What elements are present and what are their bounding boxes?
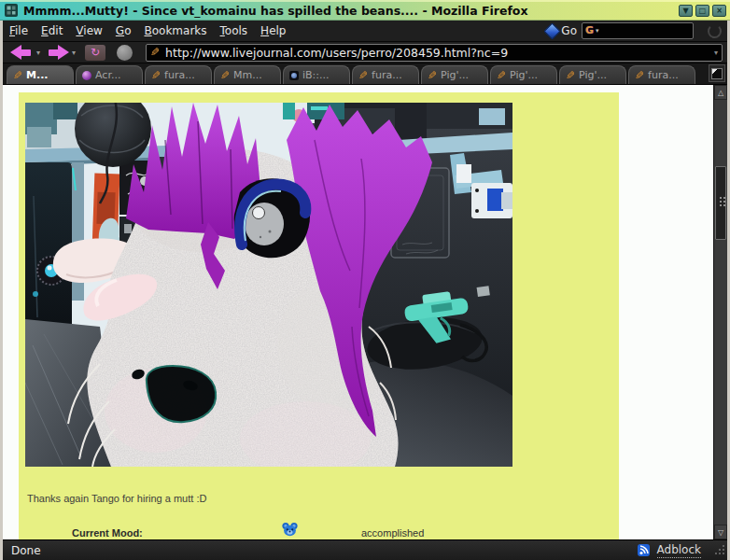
forward-button[interactable]	[46, 45, 69, 60]
tab-list-button[interactable]	[709, 64, 725, 82]
menu-edit[interactable]: Edit	[35, 21, 69, 41]
url-bar: ✎ ▾	[146, 44, 723, 62]
tab-label: Pig'...	[579, 69, 607, 81]
livejournal-pencil-icon: ✎	[566, 70, 575, 81]
close-button[interactable]: ×	[712, 5, 726, 17]
reload-button[interactable]: ↻	[85, 45, 105, 61]
engine-dropdown-icon[interactable]: ▾	[596, 27, 599, 35]
gem-icon	[544, 22, 561, 39]
adblock-status[interactable]: Adblock	[657, 543, 701, 558]
tab-label: Mm...	[233, 69, 262, 81]
firefox-window: Mmmm...Mutty! - Since vt_komainu has spi…	[0, 0, 730, 560]
status-bar: Done Adblock	[3, 539, 727, 560]
window-title: Mmmm...Mutty! - Since vt_komainu has spi…	[23, 4, 679, 18]
window-frame: File Edit View Go Bookmarks Tools Help G…	[0, 21, 730, 560]
url-input[interactable]	[163, 45, 710, 61]
status-text: Done	[11, 544, 41, 557]
tab-9[interactable]: ✎ Pig'...	[559, 65, 626, 84]
tape-box	[471, 183, 512, 218]
tab-label: fura...	[648, 69, 679, 81]
livejournal-pencil-icon: ✎	[220, 70, 230, 81]
vertical-scrollbar[interactable]: △ ▽	[713, 85, 727, 539]
forward-dropdown-icon[interactable]: ▾	[72, 49, 76, 57]
livejournal-pencil-icon: ✎	[428, 70, 437, 81]
minimize-button[interactable]: ▼	[679, 5, 693, 17]
menu-tools[interactable]: Tools	[214, 21, 255, 41]
eye	[234, 178, 310, 258]
scroll-down-icon[interactable]: ▽	[714, 525, 727, 539]
journal-entry: Thanks again Tango for hiring a mutt :D …	[19, 92, 619, 539]
tab-4[interactable]: ✎ Mm...	[214, 65, 281, 84]
tab-10[interactable]: ✎ fura...	[628, 65, 695, 84]
mood-label: Current Mood:	[72, 527, 143, 539]
url-dropdown-icon[interactable]: ▾	[714, 49, 718, 57]
entry-caption: Thanks again Tango for hiring a mutt :D	[27, 493, 206, 504]
stop-button[interactable]	[117, 45, 133, 61]
tab-bar: ✎ M... Acr... ✎ fura... ✎ Mm... iB::... …	[3, 63, 727, 85]
window-icon	[5, 4, 18, 17]
mood-value: accomplished	[361, 527, 424, 539]
resize-grip-icon[interactable]	[714, 544, 725, 558]
tab-3[interactable]: ✎ fura...	[145, 65, 212, 84]
globe-icon	[289, 71, 299, 80]
throbber-icon	[708, 24, 722, 38]
tab-6[interactable]: ✎ fura...	[352, 65, 419, 84]
menu-go[interactable]: Go	[109, 21, 138, 41]
scrollbar-thumb[interactable]	[715, 166, 726, 240]
livejournal-pencil-icon: ✎	[635, 70, 644, 81]
tab-label: Acr...	[95, 69, 120, 81]
livejournal-pencil-icon: ✎	[151, 70, 161, 81]
back-dropdown-icon[interactable]: ▾	[36, 49, 40, 57]
menu-help[interactable]: Help	[254, 21, 292, 41]
tab-1[interactable]: ✎ M...	[7, 65, 74, 84]
tab-label: fura...	[372, 69, 402, 81]
current-mood-line: Current Mood: accomplished	[19, 520, 619, 539]
tab-label: Pig'...	[510, 69, 538, 81]
site-orb-icon	[82, 71, 91, 80]
tab-7[interactable]: ✎ Pig'...	[421, 65, 488, 84]
titlebar: Mmmm...Mutty! - Since vt_komainu has spi…	[0, 0, 730, 21]
menubar: File Edit View Go Bookmarks Tools Help G…	[3, 21, 727, 42]
google-engine-icon[interactable]: G	[585, 24, 594, 37]
scroll-up-icon[interactable]: △	[714, 85, 727, 100]
livejournal-pencil-icon: ✎	[150, 47, 160, 58]
maximize-button[interactable]: □	[695, 5, 709, 17]
search-input[interactable]	[601, 24, 690, 38]
tab-label: M...	[26, 69, 48, 81]
go-button[interactable]: Go	[546, 24, 577, 37]
mood-icon	[282, 522, 298, 539]
entry-photo	[25, 103, 512, 467]
go-button-label: Go	[561, 24, 577, 37]
tab-8[interactable]: ✎ Pig'...	[490, 65, 557, 84]
search-box[interactable]: G ▾	[582, 22, 694, 39]
livejournal-pencil-icon: ✎	[358, 70, 368, 81]
page-viewport: Thanks again Tango for hiring a mutt :D …	[3, 85, 727, 539]
tab-label: iB::...	[302, 69, 330, 81]
menu-file[interactable]: File	[3, 21, 35, 41]
livejournal-pencil-icon: ✎	[497, 70, 506, 81]
menu-bookmarks[interactable]: Bookmarks	[137, 21, 213, 41]
tab-5[interactable]: iB::...	[283, 65, 350, 84]
back-button[interactable]	[10, 45, 34, 60]
tab-2[interactable]: Acr...	[76, 65, 143, 84]
navigation-toolbar: ▾ ▾ ↻ ✎ ▾	[3, 42, 727, 63]
tab-label: Pig'...	[441, 69, 469, 81]
tab-label: fura...	[164, 69, 195, 81]
menu-view[interactable]: View	[69, 21, 108, 41]
livejournal-pencil-icon: ✎	[13, 70, 22, 81]
feed-icon[interactable]	[638, 544, 650, 556]
